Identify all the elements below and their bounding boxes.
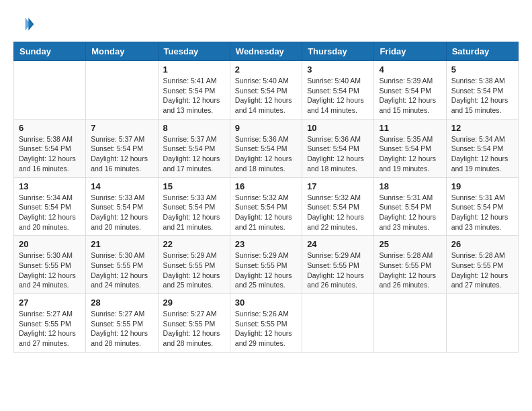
day-number: 9 <box>235 123 297 133</box>
day-number: 25 <box>379 239 441 249</box>
calendar-cell: 4Sunrise: 5:39 AMSunset: 5:54 PMDaylight… <box>374 61 446 120</box>
day-info: Sunrise: 5:29 AMSunset: 5:55 PMDaylight:… <box>163 250 225 290</box>
page-header <box>13 13 519 35</box>
calendar-header-friday: Friday <box>374 42 446 61</box>
day-number: 4 <box>379 64 441 75</box>
calendar-header-thursday: Thursday <box>302 42 374 61</box>
calendar-cell: 27Sunrise: 5:27 AMSunset: 5:55 PMDayligh… <box>14 294 86 353</box>
day-info: Sunrise: 5:38 AMSunset: 5:54 PMDaylight:… <box>19 134 81 174</box>
day-number: 2 <box>235 64 297 75</box>
day-info: Sunrise: 5:34 AMSunset: 5:54 PMDaylight:… <box>19 193 81 232</box>
day-number: 12 <box>451 123 513 133</box>
day-info: Sunrise: 5:31 AMSunset: 5:54 PMDaylight:… <box>379 193 441 232</box>
calendar-week-row: 6Sunrise: 5:38 AMSunset: 5:54 PMDaylight… <box>14 119 519 177</box>
calendar-cell: 12Sunrise: 5:34 AMSunset: 5:54 PMDayligh… <box>446 119 518 177</box>
day-number: 7 <box>91 123 152 133</box>
calendar-week-row: 27Sunrise: 5:27 AMSunset: 5:55 PMDayligh… <box>14 294 519 353</box>
day-number: 19 <box>451 181 513 191</box>
day-number: 1 <box>163 64 225 75</box>
calendar-cell: 13Sunrise: 5:34 AMSunset: 5:54 PMDayligh… <box>14 177 86 236</box>
day-number: 30 <box>235 298 297 308</box>
day-number: 21 <box>91 239 152 249</box>
day-number: 16 <box>235 181 297 191</box>
day-info: Sunrise: 5:27 AMSunset: 5:55 PMDaylight:… <box>163 309 225 349</box>
day-number: 10 <box>307 123 369 133</box>
day-number: 29 <box>163 298 225 308</box>
calendar-cell <box>302 294 374 353</box>
day-info: Sunrise: 5:29 AMSunset: 5:55 PMDaylight:… <box>235 250 297 290</box>
day-number: 26 <box>451 239 513 249</box>
calendar-cell: 26Sunrise: 5:28 AMSunset: 5:55 PMDayligh… <box>446 236 518 294</box>
calendar-cell: 16Sunrise: 5:32 AMSunset: 5:54 PMDayligh… <box>230 177 302 236</box>
day-info: Sunrise: 5:40 AMSunset: 5:54 PMDaylight:… <box>307 76 369 116</box>
day-number: 13 <box>19 181 81 191</box>
day-info: Sunrise: 5:40 AMSunset: 5:54 PMDaylight:… <box>235 76 297 116</box>
day-info: Sunrise: 5:38 AMSunset: 5:54 PMDaylight:… <box>451 76 513 116</box>
day-info: Sunrise: 5:26 AMSunset: 5:55 PMDaylight:… <box>235 309 297 349</box>
day-number: 15 <box>163 181 225 191</box>
calendar-header-sunday: Sunday <box>14 42 86 61</box>
day-info: Sunrise: 5:39 AMSunset: 5:54 PMDaylight:… <box>379 76 441 116</box>
day-info: Sunrise: 5:32 AMSunset: 5:54 PMDaylight:… <box>307 193 369 232</box>
calendar-cell: 24Sunrise: 5:29 AMSunset: 5:55 PMDayligh… <box>302 236 374 294</box>
day-number: 18 <box>379 181 441 191</box>
calendar-header-tuesday: Tuesday <box>158 42 230 61</box>
day-number: 23 <box>235 239 297 249</box>
calendar-cell: 1Sunrise: 5:41 AMSunset: 5:54 PMDaylight… <box>158 61 230 120</box>
day-number: 11 <box>379 123 441 133</box>
calendar-cell: 28Sunrise: 5:27 AMSunset: 5:55 PMDayligh… <box>86 294 158 353</box>
day-info: Sunrise: 5:37 AMSunset: 5:54 PMDaylight:… <box>163 134 225 174</box>
calendar-cell: 7Sunrise: 5:37 AMSunset: 5:54 PMDaylight… <box>86 119 158 177</box>
day-info: Sunrise: 5:36 AMSunset: 5:54 PMDaylight:… <box>235 134 297 174</box>
calendar-cell: 15Sunrise: 5:33 AMSunset: 5:54 PMDayligh… <box>158 177 230 236</box>
calendar-cell: 17Sunrise: 5:32 AMSunset: 5:54 PMDayligh… <box>302 177 374 236</box>
day-number: 6 <box>19 123 81 133</box>
calendar-week-row: 1Sunrise: 5:41 AMSunset: 5:54 PMDaylight… <box>14 61 519 120</box>
calendar-week-row: 20Sunrise: 5:30 AMSunset: 5:55 PMDayligh… <box>14 236 519 294</box>
calendar-cell: 22Sunrise: 5:29 AMSunset: 5:55 PMDayligh… <box>158 236 230 294</box>
calendar-header-saturday: Saturday <box>446 42 518 61</box>
calendar-cell: 11Sunrise: 5:35 AMSunset: 5:54 PMDayligh… <box>374 119 446 177</box>
calendar-header-monday: Monday <box>86 42 158 61</box>
day-number: 14 <box>91 181 152 191</box>
calendar-cell: 2Sunrise: 5:40 AMSunset: 5:54 PMDaylight… <box>230 61 302 120</box>
day-info: Sunrise: 5:33 AMSunset: 5:54 PMDaylight:… <box>163 193 225 232</box>
day-info: Sunrise: 5:28 AMSunset: 5:55 PMDaylight:… <box>451 250 513 290</box>
calendar-cell: 30Sunrise: 5:26 AMSunset: 5:55 PMDayligh… <box>230 294 302 353</box>
day-number: 20 <box>19 239 81 249</box>
calendar-cell: 14Sunrise: 5:33 AMSunset: 5:54 PMDayligh… <box>86 177 158 236</box>
day-number: 24 <box>307 239 369 249</box>
day-info: Sunrise: 5:33 AMSunset: 5:54 PMDaylight:… <box>91 193 152 232</box>
calendar-cell <box>374 294 446 353</box>
calendar-cell: 18Sunrise: 5:31 AMSunset: 5:54 PMDayligh… <box>374 177 446 236</box>
logo-icon <box>13 13 35 35</box>
day-info: Sunrise: 5:41 AMSunset: 5:54 PMDaylight:… <box>163 76 225 116</box>
calendar-cell: 8Sunrise: 5:37 AMSunset: 5:54 PMDaylight… <box>158 119 230 177</box>
calendar-table: SundayMondayTuesdayWednesdayThursdayFrid… <box>13 42 519 353</box>
calendar-cell: 9Sunrise: 5:36 AMSunset: 5:54 PMDaylight… <box>230 119 302 177</box>
calendar-cell: 19Sunrise: 5:31 AMSunset: 5:54 PMDayligh… <box>446 177 518 236</box>
day-number: 8 <box>163 123 225 133</box>
calendar-cell: 29Sunrise: 5:27 AMSunset: 5:55 PMDayligh… <box>158 294 230 353</box>
day-number: 28 <box>91 298 152 308</box>
day-info: Sunrise: 5:30 AMSunset: 5:55 PMDaylight:… <box>91 250 152 290</box>
day-info: Sunrise: 5:30 AMSunset: 5:55 PMDaylight:… <box>19 250 81 290</box>
calendar-cell <box>14 61 86 120</box>
day-info: Sunrise: 5:32 AMSunset: 5:54 PMDaylight:… <box>235 193 297 232</box>
day-number: 27 <box>19 298 81 308</box>
calendar-week-row: 13Sunrise: 5:34 AMSunset: 5:54 PMDayligh… <box>14 177 519 236</box>
calendar-cell: 20Sunrise: 5:30 AMSunset: 5:55 PMDayligh… <box>14 236 86 294</box>
day-number: 3 <box>307 64 369 75</box>
day-info: Sunrise: 5:35 AMSunset: 5:54 PMDaylight:… <box>379 134 441 174</box>
day-info: Sunrise: 5:31 AMSunset: 5:54 PMDaylight:… <box>451 193 513 232</box>
calendar-cell <box>86 61 158 120</box>
day-info: Sunrise: 5:28 AMSunset: 5:55 PMDaylight:… <box>379 250 441 290</box>
calendar-cell: 6Sunrise: 5:38 AMSunset: 5:54 PMDaylight… <box>14 119 86 177</box>
calendar-cell: 5Sunrise: 5:38 AMSunset: 5:54 PMDaylight… <box>446 61 518 120</box>
day-info: Sunrise: 5:34 AMSunset: 5:54 PMDaylight:… <box>451 134 513 174</box>
calendar-header-row: SundayMondayTuesdayWednesdayThursdayFrid… <box>14 42 519 61</box>
calendar-cell: 21Sunrise: 5:30 AMSunset: 5:55 PMDayligh… <box>86 236 158 294</box>
calendar-cell: 10Sunrise: 5:36 AMSunset: 5:54 PMDayligh… <box>302 119 374 177</box>
day-info: Sunrise: 5:27 AMSunset: 5:55 PMDaylight:… <box>19 309 81 349</box>
day-number: 5 <box>451 64 513 75</box>
